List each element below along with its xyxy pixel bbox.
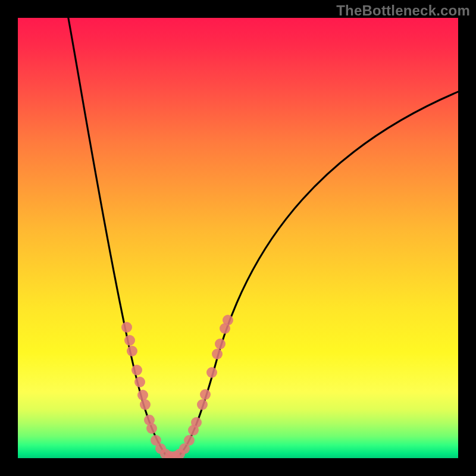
data-dot [146,423,157,434]
chart-svg [18,18,458,458]
data-dot [200,389,211,400]
data-dot [137,390,148,400]
data-dot [215,339,226,349]
data-dot [121,322,132,333]
data-dot [131,365,142,375]
data-dot [212,349,223,359]
data-dot [206,367,217,378]
data-dot [223,315,233,325]
data-dot [197,399,208,410]
data-dot [191,417,202,428]
data-dot [127,346,137,356]
data-dot [134,377,145,387]
data-dot [184,435,195,446]
right-curve [177,89,458,457]
chart-frame: TheBottleneck.com [0,0,476,476]
data-dot [124,335,135,346]
plot-area [18,18,458,458]
left-curve [67,18,173,457]
data-dot [140,399,151,410]
dot-layer [121,315,233,458]
watermark-text: TheBottleneck.com [336,2,470,19]
